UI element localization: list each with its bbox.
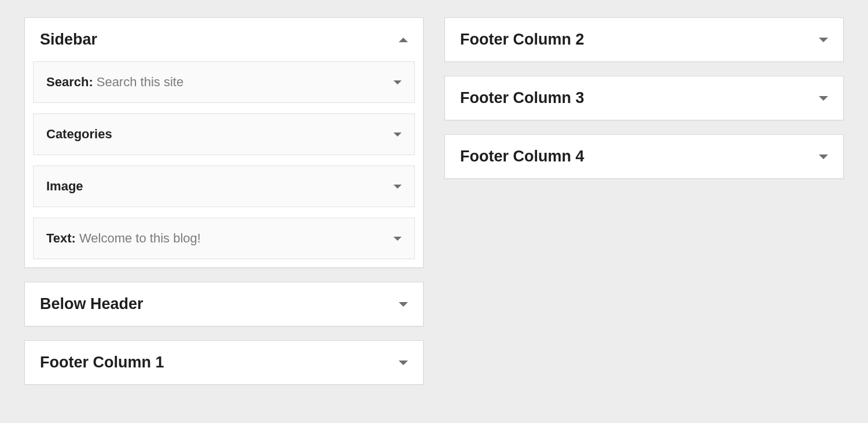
panel-footer-col-3-header[interactable]: Footer Column 3 xyxy=(445,76,843,120)
panel-footer-col-3-title: Footer Column 3 xyxy=(460,89,584,107)
panel-footer-col-3: Footer Column 3 xyxy=(444,76,844,120)
chevron-down-icon xyxy=(393,185,402,189)
panel-footer-col-4-title: Footer Column 4 xyxy=(460,148,584,165)
left-column: Sidebar Search: Search this site Categor… xyxy=(24,17,424,399)
panel-footer-col-1-header[interactable]: Footer Column 1 xyxy=(25,341,423,384)
panel-footer-col-1: Footer Column 1 xyxy=(24,340,424,385)
widget-categories[interactable]: Categories xyxy=(33,113,415,155)
widget-text[interactable]: Text: Welcome to this blog! xyxy=(33,218,415,259)
chevron-down-icon xyxy=(819,155,828,159)
panel-sidebar-header[interactable]: Sidebar xyxy=(25,18,423,61)
panel-footer-col-4-header[interactable]: Footer Column 4 xyxy=(445,135,843,178)
chevron-down-icon xyxy=(819,96,828,101)
widget-areas-columns: Sidebar Search: Search this site Categor… xyxy=(24,17,844,399)
chevron-down-icon xyxy=(399,302,408,307)
panel-sidebar-body: Search: Search this site Categories Imag… xyxy=(25,61,423,267)
widget-image-name: Image xyxy=(46,179,83,194)
panel-footer-col-2-header[interactable]: Footer Column 2 xyxy=(445,18,843,61)
widget-categories-name: Categories xyxy=(46,127,112,142)
chevron-down-icon xyxy=(393,80,402,84)
widget-search-desc: Search this site xyxy=(97,75,183,90)
widget-search-name: Search xyxy=(46,75,89,90)
panel-footer-col-2: Footer Column 2 xyxy=(444,17,844,62)
chevron-down-icon xyxy=(819,38,828,42)
widget-search[interactable]: Search: Search this site xyxy=(33,61,415,103)
panel-below-header-title: Below Header xyxy=(40,295,144,313)
chevron-down-icon xyxy=(399,361,408,365)
panel-footer-col-4: Footer Column 4 xyxy=(444,134,844,179)
panel-sidebar: Sidebar Search: Search this site Categor… xyxy=(24,17,424,268)
panel-footer-col-2-title: Footer Column 2 xyxy=(460,31,584,49)
widget-image-label: Image xyxy=(46,179,83,194)
panel-below-header: Below Header xyxy=(24,282,424,326)
chevron-up-icon xyxy=(399,38,408,42)
widget-image[interactable]: Image xyxy=(33,165,415,207)
chevron-down-icon xyxy=(393,237,402,241)
widget-search-label: Search: Search this site xyxy=(46,75,183,90)
right-column: Footer Column 2 Footer Column 3 Footer C… xyxy=(444,17,844,399)
widget-text-desc: Welcome to this blog! xyxy=(79,231,201,246)
widget-text-name: Text xyxy=(46,231,72,246)
panel-footer-col-1-title: Footer Column 1 xyxy=(40,354,164,371)
chevron-down-icon xyxy=(393,133,402,137)
widget-categories-label: Categories xyxy=(46,127,112,142)
widget-text-label: Text: Welcome to this blog! xyxy=(46,231,201,246)
panel-sidebar-title: Sidebar xyxy=(40,31,97,49)
panel-below-header-header[interactable]: Below Header xyxy=(25,282,423,326)
